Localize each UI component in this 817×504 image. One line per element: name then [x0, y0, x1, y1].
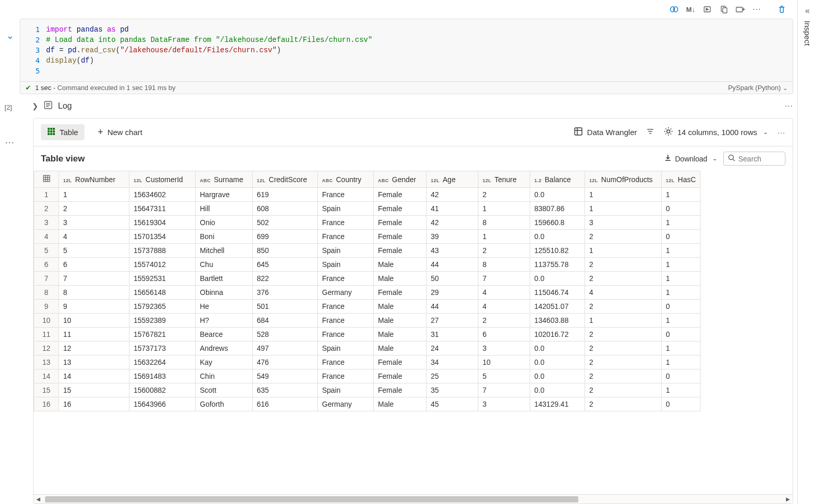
cell-RowNumber[interactable]: 9: [59, 300, 129, 314]
cell-Balance[interactable]: 0.0: [530, 272, 585, 286]
table-row[interactable]: 6615574012Chu645SpainMale448113755.7821: [34, 258, 701, 272]
column-header-NumOfProducts[interactable]: 12LNumOfProducts: [585, 171, 662, 188]
column-header-Balance[interactable]: 1.2Balance: [530, 171, 585, 188]
cell-NumOfProducts[interactable]: 2: [585, 230, 662, 244]
cell-Balance[interactable]: 134603.88: [530, 314, 585, 328]
cell-Country[interactable]: Spain: [318, 244, 374, 258]
cell-CreditScore[interactable]: 635: [253, 383, 318, 397]
cell-Tenure[interactable]: 6: [478, 328, 530, 342]
cell-Balance[interactable]: 102016.72: [530, 328, 585, 342]
cell-Balance[interactable]: 83807.86: [530, 202, 585, 216]
cell-Age[interactable]: 50: [427, 272, 478, 286]
cell-HasC[interactable]: 1: [662, 216, 701, 230]
cell-Age[interactable]: 42: [427, 188, 478, 202]
cell-HasC[interactable]: 0: [662, 369, 701, 383]
cell-Age[interactable]: 29: [427, 286, 478, 300]
cell-HasC[interactable]: 1: [662, 355, 701, 369]
cell-Surname[interactable]: Scott: [196, 383, 253, 397]
cell-Tenure[interactable]: 8: [478, 216, 530, 230]
cell-NumOfProducts[interactable]: 1: [585, 244, 662, 258]
cell-RowNumber[interactable]: 15: [59, 383, 129, 397]
cell-Gender[interactable]: Female: [374, 355, 427, 369]
search-input[interactable]: [738, 155, 775, 163]
cell-Balance[interactable]: 0.0: [530, 369, 585, 383]
cell-Country[interactable]: France: [318, 230, 374, 244]
cell-Balance[interactable]: 143129.41: [530, 397, 585, 411]
cell-Balance[interactable]: 0.0: [530, 230, 585, 244]
cell-Gender[interactable]: Male: [374, 258, 427, 272]
cell-HasC[interactable]: 1: [662, 342, 701, 355]
cell-CreditScore[interactable]: 684: [253, 314, 318, 328]
cell-NumOfProducts[interactable]: 2: [585, 355, 662, 369]
column-header-CreditScore[interactable]: 12LCreditScore: [253, 171, 318, 188]
cell-CustomerId[interactable]: 15767821: [129, 328, 196, 342]
cell-Country[interactable]: France: [318, 188, 374, 202]
cell-Gender[interactable]: Female: [374, 188, 427, 202]
cell-CustomerId[interactable]: 15737888: [129, 244, 196, 258]
table-row[interactable]: 9915792365He501FranceMale444142051.0720: [34, 300, 701, 314]
cell-HasC[interactable]: 1: [662, 188, 701, 202]
cell-Surname[interactable]: Boni: [196, 230, 253, 244]
cell-Tenure[interactable]: 7: [478, 383, 530, 397]
column-header-Age[interactable]: 12LAge: [427, 171, 478, 188]
cell-Gender[interactable]: Male: [374, 272, 427, 286]
cell-Country[interactable]: France: [318, 355, 374, 369]
cell-CustomerId[interactable]: 15574012: [129, 258, 196, 272]
cell-HasC[interactable]: 1: [662, 383, 701, 397]
cell-RowNumber[interactable]: 16: [59, 397, 129, 411]
cell-CreditScore[interactable]: 608: [253, 202, 318, 216]
cell-Balance[interactable]: 159660.8: [530, 216, 585, 230]
cell-CreditScore[interactable]: 501: [253, 300, 318, 314]
cell-Country[interactable]: France: [318, 369, 374, 383]
cell-HasC[interactable]: 1: [662, 286, 701, 300]
cell-Country[interactable]: France: [318, 272, 374, 286]
cell-Tenure[interactable]: 5: [478, 369, 530, 383]
cell-Balance[interactable]: 125510.82: [530, 244, 585, 258]
cell-type-icon[interactable]: [667, 2, 681, 17]
output-more-button[interactable]: ···: [777, 128, 785, 137]
cell-Surname[interactable]: H?: [196, 314, 253, 328]
column-header-Country[interactable]: ABCCountry: [318, 171, 374, 188]
cell-NumOfProducts[interactable]: 2: [585, 272, 662, 286]
cell-Gender[interactable]: Male: [374, 397, 427, 411]
data-wrangler-button[interactable]: Data Wrangler: [574, 127, 637, 138]
cell-RowNumber[interactable]: 13: [59, 355, 129, 369]
cell-Country[interactable]: Germany: [318, 286, 374, 300]
cell-Age[interactable]: 42: [427, 216, 478, 230]
cell-CustomerId[interactable]: 15792365: [129, 300, 196, 314]
table-row[interactable]: 131315632264Kay476FranceFemale34100.021: [34, 355, 701, 369]
cell-CustomerId[interactable]: 15701354: [129, 230, 196, 244]
more-options-button[interactable]: ···: [750, 2, 764, 17]
table-row[interactable]: 1115634602Hargrave619FranceFemale4220.01…: [34, 188, 701, 202]
cell-NumOfProducts[interactable]: 2: [585, 342, 662, 355]
cell-CustomerId[interactable]: 15647311: [129, 202, 196, 216]
log-section[interactable]: ❯ Log ···: [20, 94, 793, 118]
cell-Gender[interactable]: Male: [374, 314, 427, 328]
download-button[interactable]: Download ⌄: [664, 154, 717, 164]
cell-Surname[interactable]: Hill: [196, 202, 253, 216]
cell-CustomerId[interactable]: 15691483: [129, 369, 196, 383]
cell-Age[interactable]: 41: [427, 202, 478, 216]
cell-CustomerId[interactable]: 15656148: [129, 286, 196, 300]
column-header-CustomerId[interactable]: 12LCustomerId: [129, 171, 196, 188]
markdown-button[interactable]: M↓: [683, 2, 698, 17]
column-header-HasC[interactable]: 12LHasC: [662, 171, 701, 188]
search-box[interactable]: [723, 152, 785, 166]
cell-NumOfProducts[interactable]: 1: [585, 188, 662, 202]
cell-Surname[interactable]: Bartlett: [196, 272, 253, 286]
cell-Gender[interactable]: Male: [374, 300, 427, 314]
cell-CreditScore[interactable]: 549: [253, 369, 318, 383]
delete-cell-button[interactable]: [775, 2, 789, 17]
cell-HasC[interactable]: 0: [662, 202, 701, 216]
cell-Gender[interactable]: Female: [374, 202, 427, 216]
cell-CreditScore[interactable]: 645: [253, 258, 318, 272]
cell-CreditScore[interactable]: 376: [253, 286, 318, 300]
column-header-Gender[interactable]: ABCGender: [374, 171, 427, 188]
cell-Gender[interactable]: Male: [374, 328, 427, 342]
log-more-button[interactable]: ···: [785, 101, 793, 111]
cell-HasC[interactable]: 0: [662, 328, 701, 342]
cell-CustomerId[interactable]: 15643966: [129, 397, 196, 411]
table-row[interactable]: 121215737173Andrews497SpainMale2430.021: [34, 342, 701, 355]
cell-RowNumber[interactable]: 6: [59, 258, 129, 272]
cell-Surname[interactable]: Andrews: [196, 342, 253, 355]
